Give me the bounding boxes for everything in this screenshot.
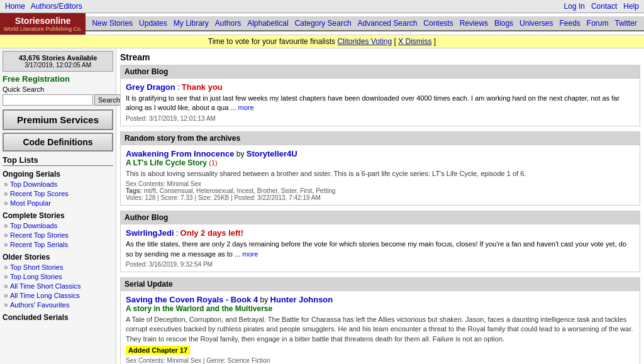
story-by-label: by [236,150,247,158]
ongoing-serials-list: Top Downloads Recent Top Scores Most Pop… [3,180,113,207]
added-chapter-badge: Added Chapter 17 [126,344,635,355]
serial-story-meta: Sex Contents: Minimal Sex | Genre: Scien… [126,357,635,364]
older-top-long[interactable]: Top Long Stories [10,273,62,280]
announcement-banner: Time to vote for your favourite finalist… [0,35,644,48]
author-name-2[interactable]: SwirlingJedi [126,228,174,238]
story-title-row: Awakening From Innocence by Storyteller4… [126,149,635,158]
complete-stories-label: Complete Stories [3,211,113,220]
banner-dismiss-link[interactable]: X Dismiss [398,37,431,46]
serial-update-section: Serial Update Saving the Coven Royals - … [120,277,640,364]
random-story-subtitle[interactable]: A LT's Life Cycle Story [126,158,207,167]
premium-services-button[interactable]: Premium Services [3,109,113,130]
nav-universes[interactable]: Universes [517,18,555,28]
list-item: All Time Long Classics [4,291,113,300]
nav-forum[interactable]: Forum [584,18,611,28]
free-registration-link[interactable]: Free Registration [3,74,113,84]
complete-recent-top-stories[interactable]: Recent Top Stories [10,231,69,239]
blog-title-1[interactable]: Thank you [182,82,223,92]
serial-story-subtitle[interactable]: A story in the Warlord and the Multivers… [126,304,272,313]
random-story-title[interactable]: Awakening From Innocence [126,149,234,158]
serial-update-header: Serial Update [121,278,640,291]
stats-date: 3/17/2019, 12:02:05 AM [6,62,110,69]
ellipsis-2: ... [235,250,242,258]
code-definitions-button[interactable]: Code Definitions [3,133,113,152]
banner-voting-link[interactable]: Clitorides Voting [337,37,392,46]
home-link[interactable]: Home [5,2,25,11]
nav-feeds[interactable]: Feeds [557,18,582,28]
nav-category-search[interactable]: Category Search [292,18,354,28]
older-top-short[interactable]: Top Short Stories [10,263,63,271]
random-story-section: Random story from the archives Awakening… [120,131,640,206]
author-name-1[interactable]: Grey Dragon [126,82,175,92]
ongoing-top-downloads[interactable]: Top Downloads [10,180,57,188]
size-1: Size: 25KB [198,194,229,201]
site-name: Storiesonline [15,16,71,26]
random-story-body: Awakening From Innocence by Storyteller4… [121,145,640,205]
login-link[interactable]: Log In [564,2,585,11]
list-item: Top Short Stories [4,263,113,272]
more-link-2[interactable]: more [242,250,258,258]
list-item: Top Long Stories [4,272,113,281]
serial-title-row: Saving the Coven Royals - Book 4 by Hunt… [126,295,635,304]
genre-label: Genre: [206,357,226,364]
genre-value: Science Fiction [228,357,270,364]
sex-contents-label: Sex Contents: Minimal Sex [126,180,201,187]
random-story-desc: This is about loving sensuality shared b… [126,169,635,179]
nav-reviews[interactable]: Reviews [457,18,491,28]
nav-my-library[interactable]: My Library [171,18,211,28]
nav-twitter[interactable]: Twitter [612,18,639,28]
nav-authors[interactable]: Authors [213,18,243,28]
ongoing-recent-top-scores[interactable]: Recent Top Scores [10,190,69,197]
author-blog-body-2: SwirlingJedi : Only 2 days left! As the … [121,224,640,272]
blog-text-1: It is gratifying to see that in just las… [126,94,635,113]
site-tagline: World Literature Publishing Co. [4,26,82,32]
nav-new-stories[interactable]: New Stories [89,18,135,28]
complete-recent-top-serials[interactable]: Recent Top Serials [10,241,68,248]
older-all-time-long[interactable]: All Time Long Classics [10,292,80,299]
contact-link[interactable]: Contact [591,2,617,11]
ongoing-serials-label: Ongoing Serials [3,170,113,179]
stories-count: 43,676 Stories Available [6,54,110,62]
main-navigation: New Stories Updates My Library Authors A… [86,16,644,31]
blog-title-2[interactable]: Only 2 days left! [180,228,243,238]
older-all-time-short[interactable]: All Time Short Classics [10,282,80,290]
older-stories-list: Top Short Stories Top Long Stories All T… [3,263,113,309]
random-story-author[interactable]: Storyteller4U [247,149,297,158]
ongoing-most-popular[interactable]: Most Popular [10,199,51,207]
serial-story-title[interactable]: Saving the Coven Royals - Book 4 [126,295,258,304]
list-item: Recent Top Scores [4,189,113,198]
older-authors-favourites[interactable]: Authors' Favourites [10,301,69,309]
list-item: Recent Top Serials [4,240,113,249]
separator-1: : [177,83,182,92]
top-nav-left: Home Authors/Editors [5,2,86,11]
serial-story-author[interactable]: Hunter Johnson [270,295,333,304]
tags-1: mt/ft, Consensual, Heterosexual, Incest,… [144,187,336,194]
list-item: All Time Short Classics [4,282,113,290]
stream-title: Stream [120,52,640,62]
list-item: Recent Top Stories [4,231,113,240]
site-logo: Storiesonline World Literature Publishin… [0,13,86,35]
nav-updates[interactable]: Updates [136,18,170,28]
stories-stats: 43,676 Stories Available 3/17/2019, 12:0… [3,51,113,72]
author-blog-section-1: Author Blog Grey Dragon : Thank you It i… [120,65,640,126]
banner-close-bracket: ] [434,37,436,46]
list-item: Authors' Favourites [4,301,113,309]
posted-date-1: Posted: 3/17/2019, 12:01:13 AM [126,115,635,122]
quick-search-label: Quick Search [3,85,113,93]
help-link[interactable]: Help [623,2,639,11]
search-input[interactable] [3,94,93,106]
nav-contests[interactable]: Contests [421,18,455,28]
serial-update-body: Saving the Coven Royals - Book 4 by Hunt… [121,291,640,364]
nav-alphabetical[interactable]: Alphabetical [245,18,291,28]
serial-subtitle-row: A story in the Warlord and the Multivers… [126,304,635,313]
author-blog-body-1: Grey Dragon : Thank you It is gratifying… [121,79,640,126]
complete-stories-list: Top Downloads Recent Top Stories Recent … [3,221,113,249]
complete-top-downloads[interactable]: Top Downloads [10,222,57,229]
nav-blogs[interactable]: Blogs [492,18,516,28]
authors-editors-link[interactable]: Authors/Editors [31,2,82,11]
top-navigation: Home Authors/Editors Log In Contact Help [0,0,644,13]
nav-advanced-search[interactable]: Advanced Search [355,18,420,28]
older-stories-label: Older Stories [3,253,113,262]
more-link-1[interactable]: more [238,104,254,111]
tags-label-1: Tags: [126,187,144,194]
